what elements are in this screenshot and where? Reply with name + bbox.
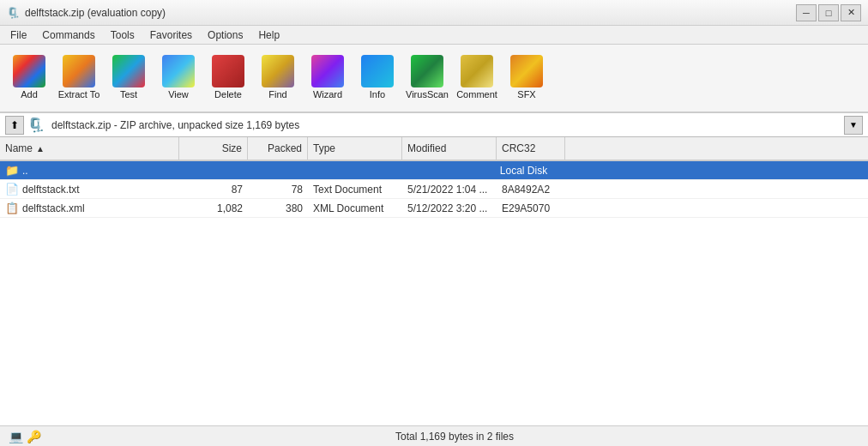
sort-arrow-icon: ▲ [36, 144, 45, 154]
table-row[interactable]: 📁..Local Disk [0, 161, 868, 180]
toolbar-btn-info[interactable]: Info [353, 48, 401, 106]
info-label: Info [370, 89, 385, 99]
navigate-up-icon: ⬆ [10, 119, 19, 131]
menu-item-options[interactable]: Options [201, 27, 250, 43]
toolbar-btn-add[interactable]: Add [5, 48, 53, 106]
sfx-icon [510, 55, 543, 87]
extract-to-label: Extract To [58, 89, 100, 99]
virusscan-icon [411, 55, 443, 87]
col-header-modified[interactable]: Modified [402, 137, 497, 160]
find-label: Find [268, 89, 286, 99]
title-label: delftstack.zip (evaluation copy) [25, 7, 166, 19]
view-icon [162, 55, 195, 87]
view-label: View [168, 89, 189, 99]
status-text: Total 1,169 bytes in 2 files [50, 431, 859, 443]
toolbar-btn-sfx[interactable]: SFX [503, 48, 551, 106]
column-header: Name ▲ Size Packed Type Modified CRC32 [0, 137, 868, 161]
file-crc32-cell: E29A5070 [497, 201, 565, 216]
file-type-cell: XML Document [308, 201, 402, 216]
col-header-size[interactable]: Size [179, 137, 248, 160]
close-button[interactable]: ✕ [841, 4, 861, 21]
file-name-cell: 📄delftstack.txt [0, 181, 179, 197]
delete-icon [212, 55, 244, 87]
file-size-cell: 1,082 [179, 201, 248, 216]
file-icon: 📄 [5, 183, 19, 196]
comment-icon [461, 55, 493, 87]
status-icons: 💻 🔑 [9, 430, 41, 443]
window-controls: ─ □ ✕ [796, 4, 861, 21]
maximize-button[interactable]: □ [818, 4, 839, 21]
file-size-cell: 87 [179, 182, 248, 197]
file-modified-cell: 5/12/2022 3:20 ... [402, 201, 497, 216]
col-header-crc32[interactable]: CRC32 [497, 137, 565, 160]
wizard-label: Wizard [313, 89, 342, 99]
find-icon [262, 55, 294, 87]
archive-icon: 🗜️ [27, 117, 45, 133]
toolbar-btn-view[interactable]: View [154, 48, 202, 106]
minimize-button[interactable]: ─ [796, 4, 817, 21]
menu-bar: FileCommandsToolsFavoritesOptionsHelp [0, 26, 868, 45]
col-header-packed[interactable]: Packed [248, 137, 308, 160]
extract-to-icon [63, 55, 95, 87]
comment-label: Comment [456, 89, 497, 99]
title-text: 🗜️ delftstack.zip (evaluation copy) [7, 7, 166, 19]
add-label: Add [21, 89, 38, 99]
title-icon: 🗜️ [7, 7, 20, 19]
file-type-cell: Text Document [308, 182, 402, 197]
table-row[interactable]: 📄delftstack.txt8778Text Document5/21/202… [0, 180, 868, 199]
table-row[interactable]: 📋delftstack.xml1,082380XML Document5/12/… [0, 199, 868, 218]
file-name-cell: 📁.. [0, 162, 179, 178]
address-path: delftstack.zip - ZIP archive, unpacked s… [48, 118, 841, 133]
status-bar: 💻 🔑 Total 1,169 bytes in 2 files [0, 425, 868, 446]
file-modified-cell: 5/21/2022 1:04 ... [402, 182, 497, 197]
add-icon [13, 55, 45, 87]
file-icon: 📋 [5, 202, 19, 214]
virusscan-label: VirusScan [406, 89, 449, 99]
file-list-container: Name ▲ Size Packed Type Modified CRC32 📁… [0, 137, 868, 425]
address-bar: ⬆ 🗜️ delftstack.zip - ZIP archive, unpac… [0, 113, 868, 137]
wizard-icon [311, 55, 344, 87]
toolbar-btn-extract-to[interactable]: Extract To [55, 48, 103, 106]
file-packed-cell: 78 [248, 182, 308, 197]
status-icon-2: 🔑 [27, 430, 41, 443]
sfx-label: SFX [517, 89, 535, 99]
file-rows: 📁..Local Disk📄delftstack.txt8778Text Doc… [0, 161, 868, 425]
file-packed-cell: 380 [248, 201, 308, 216]
status-icon-1: 💻 [9, 430, 23, 443]
test-label: Test [120, 89, 137, 99]
col-header-name[interactable]: Name ▲ [0, 137, 179, 160]
col-header-type[interactable]: Type [308, 137, 402, 160]
menu-item-commands[interactable]: Commands [35, 27, 101, 43]
file-crc32-cell: 8A8492A2 [497, 182, 565, 197]
menu-item-favorites[interactable]: Favorites [143, 27, 199, 43]
test-icon [112, 55, 145, 87]
toolbar-btn-virusscan[interactable]: VirusScan [403, 48, 451, 106]
toolbar-btn-delete[interactable]: Delete [204, 48, 252, 106]
file-name-cell: 📋delftstack.xml [0, 200, 179, 216]
toolbar-btn-wizard[interactable]: Wizard [304, 48, 352, 106]
toolbar-btn-test[interactable]: Test [105, 48, 153, 106]
toolbar-btn-comment[interactable]: Comment [453, 48, 501, 106]
navigate-up-button[interactable]: ⬆ [5, 116, 24, 135]
toolbar-btn-find[interactable]: Find [254, 48, 302, 106]
address-dropdown-button[interactable]: ▼ [844, 116, 863, 135]
dropdown-icon: ▼ [849, 120, 858, 130]
info-icon [361, 55, 394, 87]
menu-item-help[interactable]: Help [251, 27, 286, 43]
menu-item-tools[interactable]: Tools [104, 27, 142, 43]
folder-up-icon: 📁 [5, 164, 19, 177]
menu-item-file[interactable]: File [3, 27, 33, 43]
title-bar: 🗜️ delftstack.zip (evaluation copy) ─ □ … [0, 0, 868, 26]
local-disk-label: Local Disk [179, 163, 868, 178]
delete-label: Delete [214, 89, 242, 99]
toolbar: AddExtract ToTestViewDeleteFindWizardInf… [0, 45, 868, 113]
